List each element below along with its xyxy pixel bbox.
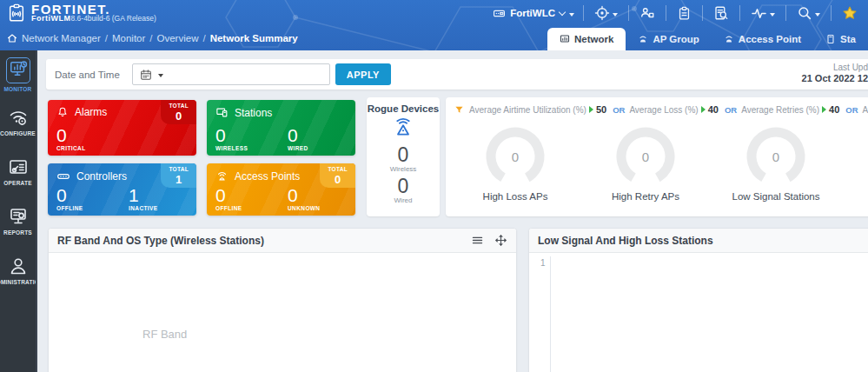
gauge-value: 0 (719, 149, 833, 164)
clipboard-button[interactable] (675, 4, 693, 23)
or-label: OR (845, 105, 858, 115)
caret-down-icon (569, 13, 574, 17)
search-button[interactable] (795, 3, 822, 23)
tab-station[interactable]: Sta (813, 28, 868, 50)
card-header: Stations (207, 100, 355, 119)
metric-unknown: 0 UNKNOWN (288, 186, 355, 212)
card-title: Access Points (235, 170, 300, 183)
menu-icon[interactable] (471, 234, 484, 247)
gauge-label: Low Signal Stations (719, 191, 833, 202)
controller-pill-icon (56, 169, 70, 183)
sidebar-item-label: MONITOR (4, 86, 32, 92)
card-metrics: 0 OFFLINE 1 INACTIVE (56, 186, 196, 212)
threshold-value: 50 (596, 104, 606, 115)
sidebar-item-administration[interactable]: ADMINISTRATION (0, 256, 36, 305)
operate-wrench-icon (8, 156, 29, 177)
sidebar-item-operate[interactable]: OPERATE (0, 156, 36, 206)
stations-icon (215, 106, 229, 119)
tab-access-point[interactable]: Access Point (712, 28, 813, 50)
metric-offline: 0 OFFLINE (215, 186, 288, 212)
low-signal-chart-area: 1 (529, 253, 868, 372)
locate-button[interactable] (593, 3, 620, 23)
metric-offline: 0 OFFLINE (56, 186, 129, 212)
metric-label: CRITICAL (56, 146, 129, 152)
breadcrumb-separator: / (149, 33, 152, 43)
chevron-down-icon (559, 8, 566, 15)
clipboard-icon (677, 6, 692, 21)
rogue-devices-card[interactable]: Rogue Devices 0 Wireless 0 Wired (367, 97, 440, 216)
metric-value: 0 (56, 186, 129, 204)
divider (785, 5, 786, 21)
controller-icon (493, 7, 506, 20)
card-metrics: 0 WIRELESS 0 WIRED (215, 126, 355, 152)
tab-ap-group[interactable]: AP Group (626, 28, 711, 50)
date-time-picker[interactable] (132, 63, 330, 85)
star-icon (842, 5, 858, 21)
threshold-label: Average Retries (%) (741, 105, 819, 115)
access-point-icon (215, 169, 229, 183)
gauge-label: High Retry APs (588, 191, 703, 202)
rogue-ap-icon (392, 116, 414, 139)
gauge-label: High Loss APs (458, 191, 573, 202)
breadcrumb-item-network-manager[interactable]: Network Manager (22, 33, 101, 43)
rogue-wireless-label: Wireless (367, 165, 440, 174)
metric-label: WIRED (288, 146, 355, 152)
rf-band-chart-area: RF Band (49, 253, 516, 372)
move-icon[interactable] (494, 234, 507, 247)
rf-band-watermark: RF Band (142, 328, 187, 341)
sidebar-item-configure[interactable]: CONFIGURE (0, 107, 36, 156)
metric-value: 0 (288, 126, 355, 144)
health-button[interactable] (749, 3, 777, 23)
locate-icon (594, 5, 610, 21)
or-label: OR (725, 105, 737, 115)
breadcrumb-item-monitor[interactable]: Monitor (112, 33, 145, 43)
total-value: 0 (169, 110, 189, 122)
caret-down-icon (613, 13, 618, 17)
access-point-icon (724, 34, 734, 44)
metric-wireless: 0 WIRELESS (215, 126, 288, 152)
sidebar-item-reports[interactable]: REPORTS (0, 206, 36, 256)
home-icon[interactable] (7, 33, 17, 43)
tab-network[interactable]: Network (547, 28, 626, 50)
card-title: Controllers (76, 170, 127, 183)
tab-label: Network (574, 34, 613, 44)
pulse-icon (751, 5, 767, 22)
metric-critical: 0 CRITICAL (56, 126, 129, 152)
calendar-icon (140, 69, 152, 81)
admin-person-icon (8, 256, 29, 276)
sidebar: MONITOR CONFIGURE OPE (0, 50, 37, 372)
sidebar-item-monitor[interactable]: MONITOR (0, 57, 36, 107)
breadcrumb-bar: Network Manager / Monitor / Overview / N… (0, 26, 868, 50)
last-updated: Last Upd 21 Oct 2022 12 (802, 62, 868, 84)
caret-down-icon (158, 74, 163, 77)
top-bar: FORTINET. FortiWLM8.6-4build-6 (GA Relea… (0, 0, 868, 26)
search-icon (797, 5, 812, 21)
metric-label: INACTIVE (129, 206, 196, 212)
access-points-card[interactable]: Access Points TOTAL 0 0 OFFLINE 0 UNKNOW… (207, 163, 355, 216)
metric-value: 0 (56, 126, 129, 144)
divider (583, 5, 584, 21)
topology-button[interactable] (638, 3, 657, 23)
stations-card[interactable]: Stations 0 WIRELESS 0 WIRED (207, 100, 355, 156)
panel-title: RF Band And OS Type (Wireless Stations) (57, 235, 264, 247)
breadcrumb-separator: / (105, 33, 108, 43)
low-signal-panel: Low Signal And High Loss Stations 1 (528, 228, 868, 372)
breadcrumb-item-overview[interactable]: Overview (157, 33, 199, 43)
app-header: FORTINET. FortiWLM8.6-4build-6 (GA Relea… (0, 0, 868, 50)
controllers-card[interactable]: Controllers TOTAL 1 0 OFFLINE 1 INACTIVE (48, 163, 196, 216)
reports-icon (8, 206, 29, 227)
panel-header: Low Signal And High Loss Stations (529, 229, 868, 253)
report-search-button[interactable] (712, 3, 731, 23)
favorites-button[interactable] (840, 3, 859, 23)
caret-down-icon (770, 13, 775, 17)
device-selector[interactable]: FortiWLC (493, 7, 574, 20)
metric-label: UNKNOWN (288, 206, 355, 212)
total-badge: TOTAL 0 (161, 100, 196, 124)
apply-button[interactable]: APPLY (335, 63, 391, 85)
metric-value: 0 (215, 186, 288, 204)
card-title: Alarms (75, 106, 107, 118)
alarms-card[interactable]: Alarms TOTAL 0 0 CRITICAL (48, 100, 196, 156)
metric-label: WIRELESS (215, 146, 288, 152)
divider (739, 5, 740, 21)
monitor-icon (9, 59, 28, 78)
